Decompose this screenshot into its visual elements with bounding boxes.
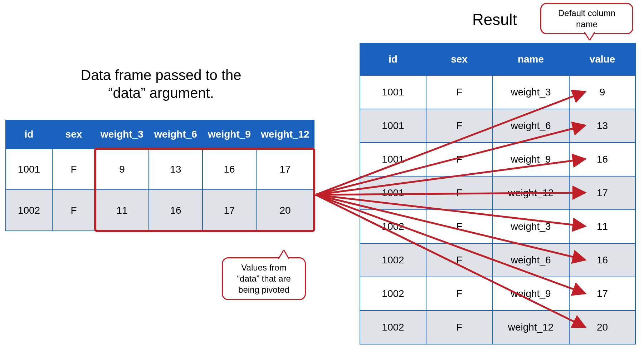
long-result-table: id sex name value 1001 F weight_3 9 1001… [360,43,636,344]
table-row: 1001 F weight_6 13 [360,109,635,143]
cell: weight_6 [492,243,569,277]
cell: F [426,311,492,344]
table-row: 1002 F 11 16 17 20 [6,190,314,231]
col-sex: sex [52,120,95,149]
cell: 16 [569,143,635,176]
cell: 1002 [360,243,426,277]
table-row: 1001 F weight_9 16 [360,143,635,176]
cell: 16 [203,149,256,190]
col-value: value [569,43,635,75]
cell: 20 [256,190,314,231]
diagram-stage: Data frame passed to the“data” argument.… [0,0,644,362]
table-row: 1001 F weight_12 17 [360,176,635,210]
cell: 17 [256,149,314,190]
cell: F [426,176,492,210]
cell: 20 [569,311,635,344]
cell: F [426,109,492,143]
callout-values-text: Values from“data” that arebeing pivoted [237,263,291,294]
callout-tail-icon [278,250,289,259]
left-caption: Data frame passed to the“data” argument. [61,66,261,102]
cell: 16 [149,190,203,231]
cell: 17 [203,190,256,231]
cell: F [52,149,95,190]
cell: F [426,210,492,243]
cell: 9 [569,75,635,109]
table-header-row: id sex weight_3 weight_6 weight_9 weight… [6,120,314,149]
cell: weight_9 [492,143,569,176]
cell: F [52,190,95,231]
cell: weight_9 [492,277,569,311]
col-name: name [492,43,569,75]
cell: 17 [569,176,635,210]
callout-default-text: Default columnname [558,8,615,29]
cell: 13 [149,149,203,190]
table-row: 1002 F weight_12 20 [360,311,635,344]
cell: 1002 [360,277,426,311]
table-row: 1002 F weight_9 17 [360,277,635,311]
result-title: Result [472,11,517,29]
cell: F [426,277,492,311]
cell: 1001 [360,176,426,210]
cell: 11 [95,190,149,231]
callout-pivoted-values: Values from“data” that arebeing pivoted [222,257,306,300]
col-sex: sex [426,43,492,75]
cell: weight_3 [492,75,569,109]
cell: 1001 [360,143,426,176]
cell: F [426,143,492,176]
cell: F [426,243,492,277]
callout-default-column: Default columnname [540,3,633,34]
cell: weight_3 [492,210,569,243]
cell: 1002 [360,210,426,243]
col-weight-6: weight_6 [149,120,203,149]
col-weight-9: weight_9 [203,120,256,149]
left-caption-text: Data frame passed to the“data” argument. [80,67,241,101]
callout-tail-icon [584,32,595,40]
cell: 13 [569,109,635,143]
cell: weight_12 [492,176,569,210]
cell: 9 [95,149,149,190]
col-weight-12: weight_12 [256,120,314,149]
cell: 16 [569,243,635,277]
table-row: 1002 F weight_6 16 [360,243,635,277]
table-row: 1001 F 9 13 16 17 [6,149,314,190]
cell: weight_6 [492,109,569,143]
cell: 11 [569,210,635,243]
cell: weight_12 [492,311,569,344]
table-row: 1002 F weight_3 11 [360,210,635,243]
cell: 1001 [360,75,426,109]
cell: 1002 [360,311,426,344]
col-id: id [6,120,52,149]
wide-data-table: id sex weight_3 weight_6 weight_9 weight… [5,120,314,231]
table-header-row: id sex name value [360,43,635,75]
cell: 1001 [6,149,52,190]
cell: 17 [569,277,635,311]
table-row: 1001 F weight_3 9 [360,75,635,109]
cell: 1002 [6,190,52,231]
cell: 1001 [360,109,426,143]
cell: F [426,75,492,109]
col-weight-3: weight_3 [95,120,149,149]
result-title-text: Result [472,11,517,28]
col-id: id [360,43,426,75]
